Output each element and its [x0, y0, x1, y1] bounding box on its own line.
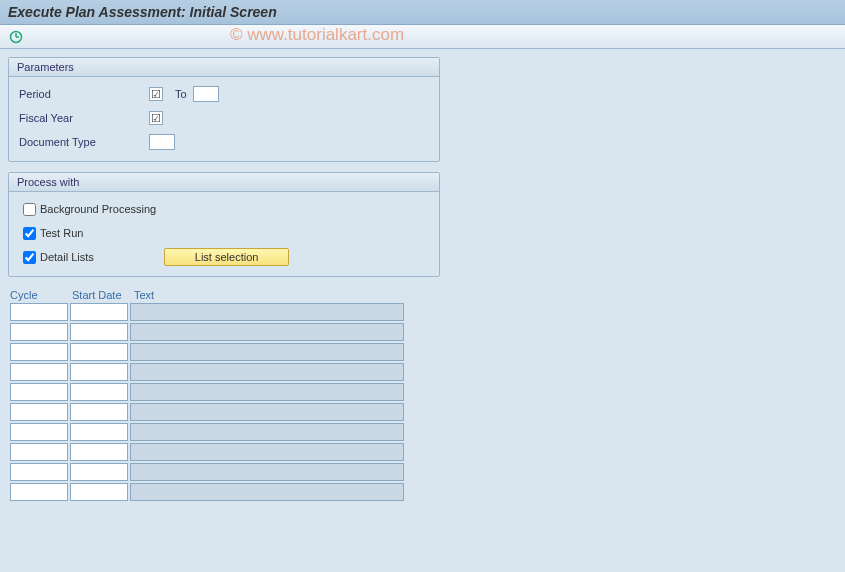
- background-label: Background Processing: [40, 203, 156, 215]
- table-row: [10, 483, 837, 501]
- testrun-label: Test Run: [40, 227, 83, 239]
- start-date-input[interactable]: [70, 383, 128, 401]
- required-icon: ☑: [149, 111, 163, 125]
- start-date-input[interactable]: [70, 463, 128, 481]
- start-date-input[interactable]: [70, 363, 128, 381]
- required-icon: ☑: [149, 87, 163, 101]
- to-label: To: [175, 88, 187, 100]
- text-input[interactable]: [130, 323, 404, 341]
- period-row: Period ☑ To: [19, 83, 429, 105]
- col-cycle: Cycle: [10, 287, 72, 303]
- table-row: [10, 303, 837, 321]
- cycle-input[interactable]: [10, 363, 68, 381]
- start-date-input[interactable]: [70, 443, 128, 461]
- text-input[interactable]: [130, 343, 404, 361]
- table-row: [10, 423, 837, 441]
- doctype-input[interactable]: [149, 134, 175, 150]
- cycle-input[interactable]: [10, 463, 68, 481]
- start-date-input[interactable]: [70, 483, 128, 501]
- start-date-input[interactable]: [70, 303, 128, 321]
- start-date-input[interactable]: [70, 343, 128, 361]
- execute-icon: [9, 30, 23, 44]
- text-input[interactable]: [130, 423, 404, 441]
- toolbar: [0, 25, 845, 49]
- background-row: Background Processing: [19, 198, 429, 220]
- period-to-input[interactable]: [193, 86, 219, 102]
- table-row: [10, 363, 837, 381]
- table-row: [10, 443, 837, 461]
- start-date-input[interactable]: [70, 403, 128, 421]
- table-row: [10, 403, 837, 421]
- table-row: [10, 383, 837, 401]
- cycle-input[interactable]: [10, 343, 68, 361]
- detail-row: Detail Lists List selection: [19, 246, 429, 268]
- table-header: Cycle Start Date Text: [10, 287, 837, 303]
- doctype-row: Document Type: [19, 131, 429, 153]
- testrun-row: Test Run: [19, 222, 429, 244]
- detail-checkbox[interactable]: [23, 251, 36, 264]
- text-input[interactable]: [130, 403, 404, 421]
- text-input[interactable]: [130, 303, 404, 321]
- text-input[interactable]: [130, 483, 404, 501]
- text-input[interactable]: [130, 383, 404, 401]
- doctype-label: Document Type: [19, 136, 149, 148]
- fiscal-row: Fiscal Year ☑: [19, 107, 429, 129]
- text-input[interactable]: [130, 363, 404, 381]
- cycle-input[interactable]: [10, 323, 68, 341]
- process-title: Process with: [9, 173, 439, 192]
- detail-label: Detail Lists: [40, 251, 94, 263]
- text-input[interactable]: [130, 463, 404, 481]
- col-text: Text: [134, 287, 414, 303]
- text-input[interactable]: [130, 443, 404, 461]
- cycle-input[interactable]: [10, 443, 68, 461]
- cycle-input[interactable]: [10, 403, 68, 421]
- col-start-date: Start Date: [72, 287, 134, 303]
- process-group: Process with Background Processing Test …: [8, 172, 440, 277]
- cycle-input[interactable]: [10, 303, 68, 321]
- cycle-input[interactable]: [10, 383, 68, 401]
- table-row: [10, 323, 837, 341]
- parameters-title: Parameters: [9, 58, 439, 77]
- testrun-checkbox[interactable]: [23, 227, 36, 240]
- period-label: Period: [19, 88, 149, 100]
- table-row: [10, 343, 837, 361]
- background-checkbox[interactable]: [23, 203, 36, 216]
- start-date-input[interactable]: [70, 423, 128, 441]
- cycle-input[interactable]: [10, 423, 68, 441]
- cycle-input[interactable]: [10, 483, 68, 501]
- execute-button[interactable]: [6, 28, 26, 46]
- list-selection-button[interactable]: List selection: [164, 248, 290, 266]
- page-title: Execute Plan Assessment: Initial Screen: [0, 0, 845, 25]
- parameters-group: Parameters Period ☑ To Fiscal Year ☑ Doc…: [8, 57, 440, 162]
- start-date-input[interactable]: [70, 323, 128, 341]
- table-body: [8, 303, 837, 501]
- table-row: [10, 463, 837, 481]
- fiscal-label: Fiscal Year: [19, 112, 149, 124]
